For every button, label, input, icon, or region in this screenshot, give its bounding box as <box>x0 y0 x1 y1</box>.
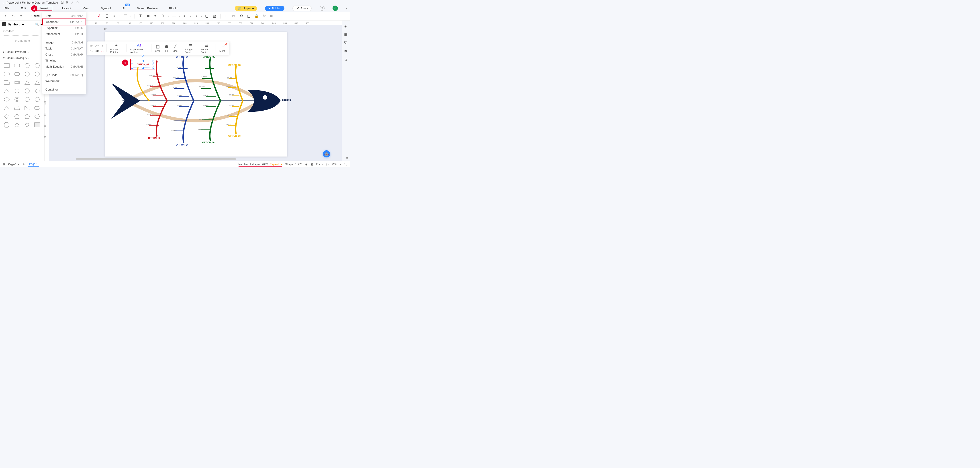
ai-button[interactable]: AIAI generated content <box>128 43 150 54</box>
container-icon[interactable]: ▢ <box>204 13 210 19</box>
adjust-icon[interactable]: ◫ <box>247 13 252 19</box>
menu-view[interactable]: View <box>81 6 91 11</box>
collapse-icon[interactable]: « <box>41 23 42 26</box>
pin-icon[interactable]: 📌 <box>224 43 228 46</box>
handle-e[interactable] <box>153 64 154 65</box>
crop-icon[interactable]: ✄ <box>231 13 237 19</box>
font-color-icon[interactable]: A <box>97 13 102 19</box>
shape-circle5[interactable] <box>33 96 41 103</box>
text-style-icon[interactable]: T <box>104 13 110 19</box>
handle-w[interactable] <box>131 64 133 65</box>
format-painter-icon[interactable]: ✒ <box>18 13 24 19</box>
shape-tri4[interactable] <box>3 105 11 111</box>
share-button[interactable]: ⎇ Share <box>293 6 312 11</box>
dd-chart[interactable]: ChartCtrl+Alt+P <box>42 51 86 58</box>
scrollbar-thumb[interactable] <box>76 158 236 160</box>
style-button[interactable]: ◫Style <box>153 44 162 52</box>
font-name[interactable]: Calibri <box>30 14 41 18</box>
help-icon[interactable]: ? <box>320 6 325 11</box>
shape-pent[interactable] <box>13 113 21 120</box>
canvas-area[interactable]: -40 -20 0 20 40 60 80 100 120 140 160 18… <box>45 21 342 161</box>
save-icon[interactable]: 🖫 <box>60 1 64 4</box>
shape-star[interactable] <box>13 121 21 128</box>
avatar[interactable]: c <box>332 6 338 11</box>
collapse-right-icon[interactable]: ≣ <box>346 157 348 160</box>
menu-insert[interactable]: Insert <box>36 6 52 11</box>
layers-toggle-icon[interactable]: ◈ <box>305 163 307 166</box>
shape-snip[interactable] <box>3 79 11 86</box>
line-spacing-icon[interactable]: ☰ <box>123 13 128 19</box>
effects-icon[interactable]: ⚙ <box>239 13 244 19</box>
add-page-icon[interactable]: + <box>22 162 24 166</box>
shape-hex3[interactable] <box>33 113 41 120</box>
align-icon[interactable]: ≡ <box>112 13 117 19</box>
shadow-icon[interactable]: ▧ <box>212 13 217 19</box>
star-icon[interactable]: ☆ <box>76 1 79 4</box>
handle-nw[interactable] <box>131 60 133 62</box>
fullscreen-icon[interactable]: ⛶ <box>344 163 347 166</box>
shape-donut[interactable] <box>13 96 21 103</box>
arrow-end-icon[interactable]: ⇥ <box>193 13 199 19</box>
shape-pent2[interactable] <box>23 113 31 120</box>
focus-button[interactable]: Focus <box>316 163 323 166</box>
assistant-button[interactable]: 🤖 <box>323 150 330 157</box>
menu-plugin[interactable]: Plugin <box>167 6 179 11</box>
shape-circle2[interactable] <box>23 71 31 77</box>
dd-watermark[interactable]: Watermark <box>42 78 86 84</box>
shape-ellipse-thin[interactable] <box>33 62 41 69</box>
handle-sw[interactable] <box>131 67 133 69</box>
page-selector[interactable]: Page-1 ▾ <box>8 163 19 166</box>
shape-pill[interactable] <box>33 105 41 111</box>
layers-icon[interactable]: ▦ <box>344 32 348 37</box>
dd-table[interactable]: TableCtrl+Alt+T <box>42 45 86 51</box>
shape-tri3[interactable] <box>3 88 11 94</box>
shape-rect-filled[interactable] <box>33 121 41 128</box>
shape-heart[interactable] <box>23 121 31 128</box>
dd-comment[interactable]: CommentCtrl+Alt+X <box>42 19 86 26</box>
send-back-button[interactable]: ⬓Send to Back <box>199 43 214 54</box>
view-icon[interactable]: ▣ <box>310 163 313 166</box>
shape-rect[interactable] <box>3 62 11 69</box>
symbol-library-icon[interactable] <box>2 22 6 26</box>
dd-note[interactable]: NoteCtrl+Alt+Z <box>42 13 86 19</box>
redo-icon[interactable]: ↷ <box>11 13 16 19</box>
avatar-dropdown-icon[interactable]: ▾ <box>346 7 347 10</box>
shape-dia2[interactable] <box>3 113 11 120</box>
underline-icon[interactable]: ab <box>95 49 99 53</box>
shape-triangle[interactable] <box>23 79 31 86</box>
menu-edit[interactable]: Edit <box>19 6 28 11</box>
bring-front-button[interactable]: ⬒Bring to Front <box>183 43 198 54</box>
handle-n[interactable] <box>142 60 144 62</box>
page-tab[interactable]: Page-1 <box>28 162 39 166</box>
menu-ai[interactable]: AI hot <box>121 6 127 11</box>
format-painter-button[interactable]: ✒Format Painter <box>108 43 124 54</box>
fill-icon[interactable]: ⬢ <box>145 13 151 19</box>
outline-icon[interactable]: ⊞ <box>3 163 5 166</box>
selected-shape[interactable]: OPTION_02 <box>130 59 155 70</box>
align-icon2[interactable]: ≡ <box>100 44 105 48</box>
dropdown-icon[interactable]: ▾▴ <box>22 23 24 26</box>
shape-roundrect[interactable] <box>13 62 21 69</box>
align-left-icon[interactable]: ⊢ <box>224 13 229 19</box>
menu-file[interactable]: File <box>3 6 11 11</box>
shape-ellipse[interactable] <box>3 96 11 103</box>
dd-attachment[interactable]: AttachmentCtrl+H <box>42 31 86 37</box>
dd-math[interactable]: Math EquationCtrl+Alt+E <box>42 64 86 70</box>
play-icon[interactable]: ▷ <box>326 163 329 166</box>
open-external-icon[interactable]: ↗ <box>71 1 73 4</box>
font-larger-icon[interactable]: A⁺ <box>89 44 94 48</box>
shape-circle3[interactable] <box>33 71 41 77</box>
flowchart-section[interactable]: ▸ Basic Flowchart ... <box>0 49 45 55</box>
connector-icon[interactable]: ⤵ <box>161 13 166 19</box>
menu-symbol[interactable]: Symbol <box>99 6 113 11</box>
bullet-icon[interactable]: •≡ <box>89 49 94 53</box>
handle-ne[interactable] <box>153 60 154 62</box>
layout-icon[interactable]: ⊞ <box>269 13 274 19</box>
rotation-handle[interactable] <box>142 55 144 57</box>
shape-trap[interactable] <box>13 105 21 111</box>
page-icon[interactable]: 🗎 <box>344 49 348 54</box>
undo-icon[interactable]: ↶ <box>3 13 8 19</box>
search-icon[interactable]: 🔍 <box>35 23 39 26</box>
back-icon[interactable]: ‹ <box>3 0 4 5</box>
text-tool-icon[interactable]: T <box>138 13 143 19</box>
